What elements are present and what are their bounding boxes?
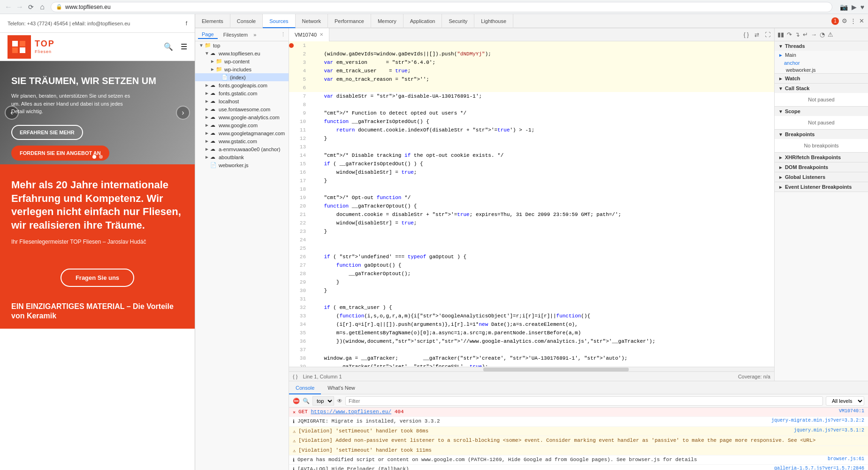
curly-braces-btn[interactable]: { } bbox=[293, 374, 297, 379]
code-tab-vm10740[interactable]: VM10740 ✕ bbox=[289, 28, 329, 41]
scope-section-header[interactable]: ▼ Scope bbox=[775, 107, 868, 116]
code-line-30[interactable]: 30 } bbox=[289, 286, 774, 295]
code-line-3[interactable]: 3 var em_version = "str">'6.4.0'; bbox=[289, 58, 774, 67]
code-line-24[interactable]: 24 bbox=[289, 236, 774, 244]
code-line-16[interactable]: 16 window[disableStr] = true; bbox=[289, 168, 774, 177]
tree-item-gtm[interactable]: ► ☁ www.googletagmanager.com bbox=[195, 129, 289, 137]
console-source-link[interactable]: browser.js:61 bbox=[828, 456, 864, 462]
console-tab-whatsnew[interactable]: What's New bbox=[321, 381, 361, 394]
settings-button[interactable]: ⚙ bbox=[842, 17, 847, 24]
code-line-37[interactable]: 37 bbox=[289, 346, 774, 354]
code-line-17[interactable]: 17 } bbox=[289, 177, 774, 185]
code-line-36[interactable]: 36 })(window,document,"str">'script',"st… bbox=[289, 337, 774, 346]
cta-button[interactable]: Fragen Sie uns bbox=[61, 269, 134, 287]
tab-performance[interactable]: Performance bbox=[328, 14, 371, 28]
code-line-1[interactable]: 1 bbox=[289, 41, 774, 50]
code-line-8[interactable]: 8 bbox=[289, 100, 774, 109]
code-line-19[interactable]: 19 "cmt">/* Opt-out function */ bbox=[289, 193, 774, 202]
tab-memory[interactable]: Memory bbox=[371, 14, 404, 28]
tree-item-aboutblank[interactable]: ► ☁ aboutblank bbox=[195, 153, 289, 161]
code-line-33[interactable]: 33 (function(i,s,o,g,r,a,m){i["str">'Goo… bbox=[289, 312, 774, 320]
code-line-13[interactable]: 13 bbox=[289, 143, 774, 151]
tree-item-webworker[interactable]: 📄 webworker.js bbox=[195, 161, 289, 169]
breakpoint-area-1[interactable] bbox=[289, 41, 295, 48]
tab-application[interactable]: Application bbox=[404, 14, 442, 28]
code-line-31[interactable]: 31 bbox=[289, 295, 774, 303]
code-line-39[interactable]: 39 __gaTracker("str">'set', "str">'force… bbox=[289, 362, 774, 367]
search-icon[interactable]: 🔍 bbox=[164, 42, 173, 51]
code-line-2[interactable]: 2 (window.gaDevIds=window.gaDevIds||[]).… bbox=[289, 50, 774, 58]
tree-item-anchor[interactable]: ► ☁ a-enmvuwaao0e0 (anchor) bbox=[195, 145, 289, 153]
call-stack-section-header[interactable]: ▼ Call Stack bbox=[775, 84, 868, 93]
tab-lighthouse[interactable]: Lighthouse bbox=[474, 14, 513, 28]
facebook-icon[interactable]: f bbox=[186, 20, 187, 27]
tab-security[interactable]: Security bbox=[442, 14, 474, 28]
code-line-7[interactable]: 7 var disableStr = "str">'ga-disable-UA-… bbox=[289, 92, 774, 100]
deactivate-breakpoints-button[interactable]: ◔ bbox=[820, 31, 825, 38]
console-source-link[interactable]: jquery.min.js?ver=3.5.1:2 bbox=[794, 428, 864, 433]
tree-item-localhost[interactable]: ► ☁ localhost bbox=[195, 97, 289, 105]
format-btn[interactable]: { } bbox=[744, 31, 749, 38]
global-section-header[interactable]: ► Global Listeners bbox=[775, 172, 868, 182]
code-line-5[interactable]: 5 var em_no_track_reason = "str">''; bbox=[289, 75, 774, 84]
code-line-6[interactable]: 6 bbox=[289, 84, 774, 92]
tree-item-googleapis[interactable]: ► ☁ fonts.googleapis.com bbox=[195, 81, 289, 89]
cast-button[interactable]: ▶ bbox=[852, 3, 857, 11]
code-tab-close[interactable]: ✕ bbox=[320, 32, 323, 37]
watch-section-header[interactable]: ► Watch bbox=[775, 74, 868, 83]
tree-item-fontawesome[interactable]: ► ☁ use.fontawesome.com bbox=[195, 105, 289, 113]
bookmark-button[interactable]: ♥ bbox=[860, 3, 864, 11]
step-button[interactable]: → bbox=[811, 31, 817, 38]
tree-item-wpincludes[interactable]: ► 📁 wp-includes bbox=[195, 65, 289, 73]
code-line-20[interactable]: 20 function __gaTrackerOptout() { bbox=[289, 202, 774, 210]
code-line-35[interactable]: 35 m=s.getElementsByTagName(o)[0];a.asyn… bbox=[289, 329, 774, 337]
threads-main[interactable]: ► Main bbox=[775, 51, 868, 59]
step-over-button[interactable]: ↷ bbox=[787, 31, 792, 38]
console-link[interactable]: https://www.topfliesen.eu/ bbox=[311, 409, 391, 415]
breakpoints-section-header[interactable]: ▼ Breakpoints bbox=[775, 130, 868, 139]
ft-tab-filesystem[interactable]: Filesystem bbox=[220, 31, 252, 39]
code-line-25[interactable]: 25 bbox=[289, 244, 774, 253]
tree-item-wpcontent[interactable]: ► 📁 wp-content bbox=[195, 57, 289, 65]
step-into-button[interactable]: ↴ bbox=[795, 31, 800, 38]
back-button[interactable]: ← bbox=[4, 2, 13, 12]
code-content[interactable]: 12 (window.gaDevIds=window.gaDevIds||[])… bbox=[289, 41, 774, 367]
profile-button[interactable]: 📷 bbox=[840, 3, 848, 11]
expand-btn[interactable]: ⇄ bbox=[754, 31, 759, 38]
ft-tab-page[interactable]: Page bbox=[198, 31, 218, 39]
more-tools-button[interactable]: ⋮ bbox=[850, 17, 856, 24]
code-scrollbar[interactable] bbox=[289, 367, 774, 371]
tree-item-analytics[interactable]: ► ☁ www.google-analytics.com bbox=[195, 113, 289, 121]
code-line-15[interactable]: 15 if ( __gaTrackerIsOptedOut() ) { bbox=[289, 160, 774, 168]
pause-button[interactable]: ▮▮ bbox=[777, 31, 784, 38]
hero-dot-2[interactable] bbox=[99, 155, 103, 159]
tree-item-gstatic[interactable]: ► ☁ www.gstatic.com bbox=[195, 137, 289, 145]
code-line-12[interactable]: 12 } bbox=[289, 134, 774, 143]
tab-console[interactable]: Console bbox=[230, 14, 263, 28]
filter-console-button[interactable]: 🔍 bbox=[303, 398, 310, 404]
console-source-link[interactable]: galleria-1.5.7.js?ver=1.5.7:2846 bbox=[774, 466, 864, 470]
hero-arrow-right[interactable]: › bbox=[176, 106, 190, 120]
threads-anchor[interactable]: anchor bbox=[775, 59, 868, 67]
code-line-9[interactable]: 9 "cmt">/* Function to detect opted out … bbox=[289, 109, 774, 117]
clear-console-button[interactable]: ⛔ bbox=[293, 398, 300, 404]
code-line-18[interactable]: 18 bbox=[289, 185, 774, 193]
refresh-button[interactable]: ⟳ bbox=[26, 2, 36, 12]
zoom-btn[interactable]: ⛶ bbox=[765, 31, 770, 38]
menu-icon[interactable]: ☰ bbox=[181, 42, 187, 51]
console-source-link[interactable]: jquery-migrate.min.js?ver=3.3.2:2 bbox=[771, 418, 864, 423]
hero-dot-1[interactable] bbox=[92, 155, 96, 159]
console-context-select[interactable]: top bbox=[312, 396, 334, 406]
tab-network[interactable]: Network bbox=[296, 14, 328, 28]
code-line-23[interactable]: 23 } bbox=[289, 227, 774, 236]
tree-item-gstatic-fonts[interactable]: ► ☁ fonts.gstatic.com bbox=[195, 89, 289, 97]
tree-item-google[interactable]: ► ☁ www.google.com bbox=[195, 121, 289, 129]
ft-menu[interactable]: ⋮ bbox=[281, 31, 286, 38]
tree-item-index[interactable]: 📄 (index) bbox=[195, 73, 289, 81]
console-level-select[interactable]: All levels bbox=[826, 396, 864, 406]
tab-elements[interactable]: Elements bbox=[195, 14, 230, 28]
code-line-22[interactable]: 22 window[disableStr] = true; bbox=[289, 219, 774, 227]
tree-root[interactable]: ▼ 📁 top bbox=[195, 41, 289, 49]
code-line-28[interactable]: 28 __gaTrackerOptout(); bbox=[289, 270, 774, 278]
tree-item-domain[interactable]: ▼ ☁ www.topfliesen.eu bbox=[195, 49, 289, 57]
